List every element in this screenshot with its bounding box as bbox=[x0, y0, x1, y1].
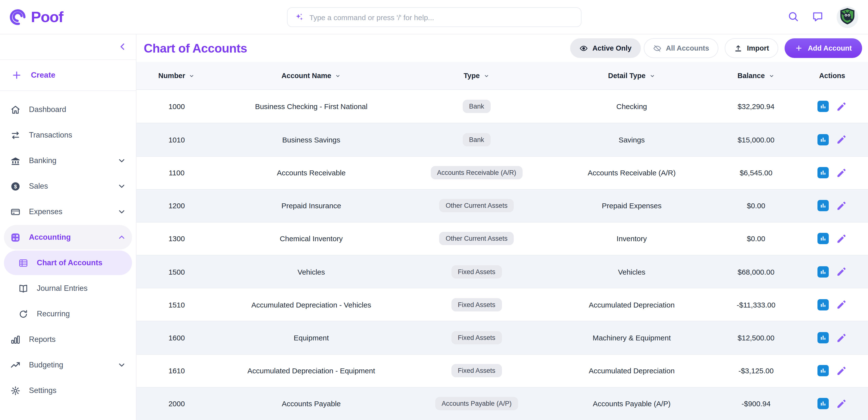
column-header-account-name[interactable]: Account Name bbox=[217, 72, 406, 80]
column-header-balance[interactable]: Balance bbox=[716, 72, 796, 80]
column-header-number[interactable]: Number bbox=[136, 72, 217, 80]
sidebar-item-journal-entries[interactable]: Journal Entries bbox=[4, 276, 132, 301]
bar-chart-tile-icon bbox=[817, 200, 829, 212]
account-type-badge: Accounts Payable (A/P) bbox=[435, 397, 518, 411]
detail-type: Accumulated Depreciation bbox=[548, 301, 716, 309]
create-button[interactable]: Create bbox=[0, 60, 136, 91]
sidebar-item-recurring[interactable]: Recurring bbox=[4, 302, 132, 326]
account-name: Business Savings bbox=[217, 136, 406, 144]
row-actions bbox=[796, 101, 868, 112]
sidebar-item-accounting[interactable]: Accounting bbox=[4, 225, 132, 250]
sidebar-item-banking[interactable]: Banking bbox=[4, 148, 132, 173]
command-bar[interactable] bbox=[287, 7, 581, 27]
chat-button[interactable] bbox=[812, 10, 823, 23]
search-button[interactable] bbox=[787, 10, 799, 23]
table-row: 1100Accounts ReceivableAccounts Receivab… bbox=[136, 156, 868, 189]
column-header-type[interactable]: Type bbox=[406, 72, 548, 80]
account-type-badge: Fixed Assets bbox=[452, 364, 502, 377]
edit-account-button[interactable] bbox=[836, 167, 847, 178]
detail-type: Accounts Receivable (A/R) bbox=[548, 168, 716, 177]
edit-account-button[interactable] bbox=[836, 300, 847, 310]
edit-account-button[interactable] bbox=[836, 398, 847, 409]
account-type-badge: Fixed Assets bbox=[452, 265, 502, 278]
edit-account-button[interactable] bbox=[836, 332, 847, 343]
account-name: Equipment bbox=[217, 334, 406, 342]
create-label: Create bbox=[31, 71, 56, 80]
column-label: Account Name bbox=[281, 72, 331, 80]
avatar[interactable] bbox=[837, 6, 858, 28]
sidebar-item-reports[interactable]: Reports bbox=[4, 327, 132, 352]
table-row: 1000Business Checking - First NationalBa… bbox=[136, 90, 868, 123]
view-report-button[interactable] bbox=[817, 266, 829, 277]
main-content: Chart of Accounts Active Only All Accoun… bbox=[136, 34, 868, 420]
active-only-button[interactable]: Active Only bbox=[570, 38, 641, 58]
svg-text:$: $ bbox=[14, 183, 17, 189]
home-icon bbox=[10, 104, 21, 115]
bar-chart-tile-icon bbox=[817, 365, 829, 376]
column-label: Type bbox=[464, 72, 480, 80]
account-type-cell: Fixed Assets bbox=[406, 265, 548, 278]
account-type-cell: Fixed Assets bbox=[406, 331, 548, 344]
view-report-button[interactable] bbox=[817, 332, 829, 343]
command-input[interactable] bbox=[309, 13, 574, 21]
view-report-button[interactable] bbox=[817, 200, 829, 212]
detail-type: Accumulated Depreciation bbox=[548, 366, 716, 375]
sidebar-item-expenses[interactable]: Expenses bbox=[4, 199, 132, 224]
account-type-cell: Accounts Payable (A/P) bbox=[406, 397, 548, 411]
column-label: Actions bbox=[819, 72, 845, 80]
sidebar-collapse-button[interactable] bbox=[116, 41, 129, 54]
sidebar-item-chart-of-accounts[interactable]: Chart of Accounts bbox=[4, 251, 132, 275]
balance: $12,500.00 bbox=[716, 334, 796, 342]
edit-account-button[interactable] bbox=[836, 365, 847, 376]
bar-chart-tile-icon bbox=[817, 299, 829, 310]
table-row: 1500VehiclesFixed AssetsVehicles$68,000.… bbox=[136, 255, 868, 288]
view-report-button[interactable] bbox=[817, 167, 829, 178]
view-report-button[interactable] bbox=[817, 134, 829, 145]
import-label: Import bbox=[747, 44, 769, 52]
view-report-button[interactable] bbox=[817, 365, 829, 376]
account-type-cell: Fixed Assets bbox=[406, 298, 548, 311]
view-report-button[interactable] bbox=[817, 299, 829, 310]
sidebar-item-dashboard[interactable]: Dashboard bbox=[4, 97, 132, 122]
sidebar-item-label: Dashboard bbox=[29, 105, 66, 114]
bar-chart-tile-icon bbox=[817, 101, 829, 112]
sort-chevron-icon bbox=[483, 73, 490, 79]
pencil-icon bbox=[836, 266, 847, 277]
sidebar-item-budgeting[interactable]: Budgeting bbox=[4, 353, 132, 377]
account-type-badge: Other Current Assets bbox=[439, 199, 514, 213]
upload-icon bbox=[734, 44, 742, 52]
import-button[interactable]: Import bbox=[725, 38, 778, 58]
edit-account-button[interactable] bbox=[836, 200, 847, 211]
chevron-up-icon bbox=[117, 233, 126, 242]
account-number: 1010 bbox=[136, 136, 217, 144]
all-accounts-button[interactable]: All Accounts bbox=[644, 38, 718, 58]
top-bar: Poof bbox=[0, 0, 868, 34]
sidebar-item-label: Recurring bbox=[37, 309, 70, 318]
sidebar-item-transactions[interactable]: Transactions bbox=[4, 123, 132, 147]
account-type-cell: Bank bbox=[406, 133, 548, 146]
edit-account-button[interactable] bbox=[836, 101, 847, 112]
search-icon bbox=[787, 10, 799, 23]
view-report-button[interactable] bbox=[817, 398, 829, 410]
sidebar-item-label: Expenses bbox=[29, 207, 62, 216]
row-actions bbox=[796, 332, 868, 343]
view-report-button[interactable] bbox=[817, 101, 829, 112]
pencil-icon bbox=[836, 167, 847, 178]
edit-account-button[interactable] bbox=[836, 134, 847, 145]
sidebar-item-sales[interactable]: $Sales bbox=[4, 174, 132, 198]
add-account-button[interactable]: Add Account bbox=[785, 38, 862, 58]
balance: -$11,333.00 bbox=[716, 301, 796, 309]
pencil-icon bbox=[836, 332, 847, 343]
column-header-detail-type[interactable]: Detail Type bbox=[548, 72, 716, 80]
view-report-button[interactable] bbox=[817, 233, 829, 244]
balance: -$3,125.00 bbox=[716, 366, 796, 375]
edit-account-button[interactable] bbox=[836, 233, 847, 244]
all-accounts-label: All Accounts bbox=[666, 44, 709, 52]
sidebar-top bbox=[0, 34, 136, 60]
row-actions bbox=[796, 398, 868, 410]
sidebar-item-settings[interactable]: Settings bbox=[4, 378, 132, 403]
table-body: 1000Business Checking - First NationalBa… bbox=[136, 90, 868, 420]
brand-logo[interactable]: Poof bbox=[0, 8, 63, 26]
sort-chevron-icon bbox=[335, 73, 341, 79]
edit-account-button[interactable] bbox=[836, 266, 847, 277]
